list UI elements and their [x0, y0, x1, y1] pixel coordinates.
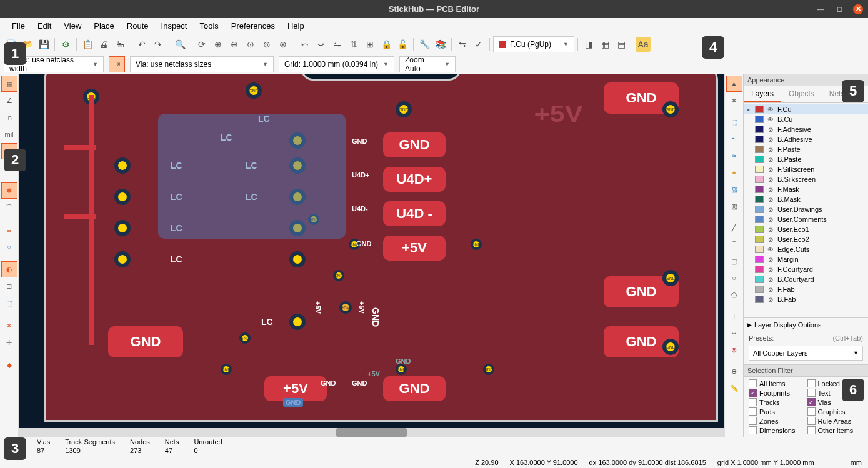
checkbox-icon[interactable]: [807, 417, 816, 425]
checkbox-icon[interactable]: ✓: [807, 398, 816, 406]
draw-polygon-icon[interactable]: ⬠: [726, 287, 742, 303]
checkbox-icon[interactable]: [749, 379, 757, 387]
layer-display-options-disclosure[interactable]: ▶ Layer Display Options: [744, 317, 868, 332]
checkbox-icon[interactable]: [749, 398, 757, 406]
pcb-canvas[interactable]: GND GND GND GND GND U4D+ U4D - +5V GND +…: [19, 74, 724, 428]
zoom-fit-icon[interactable]: ⊙: [243, 37, 258, 52]
layer-row-User-Eco2[interactable]: ⊘ User.Eco2: [744, 234, 868, 244]
visibility-toggle-icon[interactable]: ⊘: [766, 145, 775, 154]
add-zone-icon[interactable]: ▨: [726, 181, 742, 197]
pad-outline-icon[interactable]: ○: [1, 239, 17, 255]
mils-unit-icon[interactable]: mil: [1, 126, 17, 142]
select-tool-icon[interactable]: ▲: [726, 76, 742, 92]
contrast-mode-icon[interactable]: ✕: [1, 317, 17, 334]
menu-preferences[interactable]: Preferences: [226, 19, 281, 32]
maximize-button[interactable]: ◻: [834, 4, 844, 14]
filter-other-items[interactable]: Other items: [807, 426, 864, 434]
filter-tracks[interactable]: Tracks: [749, 398, 805, 406]
footprint-browser-icon[interactable]: 📚: [433, 37, 448, 52]
update-from-schematic-icon[interactable]: ⇆: [455, 37, 470, 52]
net-color-icon[interactable]: ✛: [1, 334, 17, 351]
layer-row-F-Paste[interactable]: ⊘ F.Paste: [744, 144, 868, 154]
visibility-toggle-icon[interactable]: ⊘: [766, 225, 775, 234]
add-via-icon[interactable]: ●: [726, 164, 742, 181]
minimize-button[interactable]: —: [816, 4, 826, 14]
layer-row-B-Mask[interactable]: ⊘ B.Mask: [744, 194, 868, 204]
add-text-icon[interactable]: T: [726, 308, 742, 324]
3d-viewer-icon[interactable]: ▦: [597, 37, 612, 52]
menu-view[interactable]: View: [58, 19, 87, 32]
group-icon[interactable]: ⊞: [362, 37, 377, 52]
draw-rect-icon[interactable]: ▢: [726, 253, 742, 269]
ratsnest-curved-icon[interactable]: ⌒: [1, 199, 17, 216]
menu-file[interactable]: File: [6, 19, 31, 32]
text-var-icon[interactable]: Aa: [636, 37, 651, 52]
route-track-icon[interactable]: ⤳: [726, 131, 742, 147]
zoom-dropdown[interactable]: Zoom Auto▼: [399, 56, 456, 72]
polar-coord-icon[interactable]: ∠: [1, 92, 17, 109]
auto-track-width-toggle[interactable]: ⇥: [109, 56, 125, 72]
draw-line-icon[interactable]: ╱: [726, 219, 742, 236]
filter-rule-areas[interactable]: Rule Areas: [807, 417, 864, 425]
grid-dropdown[interactable]: Grid: 1.0000 mm (0.0394 in)▼: [279, 56, 394, 72]
layer-row-F-Adhesive[interactable]: ⊘ F.Adhesive: [744, 124, 868, 134]
zoom-object-icon[interactable]: ⊚: [259, 37, 274, 52]
checkbox-icon[interactable]: [749, 417, 757, 425]
layer-row-Edge-Cuts[interactable]: 👁 Edge.Cuts: [744, 244, 868, 254]
set-origin-icon[interactable]: ⊕: [726, 363, 742, 379]
mirror-h-icon[interactable]: ⇋: [330, 37, 345, 52]
visibility-toggle-icon[interactable]: ⊘: [766, 165, 775, 174]
checkbox-icon[interactable]: ✓: [749, 389, 757, 397]
via-outline-icon[interactable]: ◐: [1, 261, 17, 277]
filter-footprints[interactable]: ✓Footprints: [749, 389, 805, 397]
draw-arc-icon[interactable]: ⌒: [726, 236, 742, 252]
filter-dimensions[interactable]: Dimensions: [749, 426, 805, 434]
menu-tools[interactable]: Tools: [194, 19, 224, 32]
print-icon[interactable]: 🖨: [96, 37, 111, 52]
active-layer-dropdown[interactable]: F.Cu (PgUp) ▼: [493, 36, 574, 52]
page-settings-icon[interactable]: 📋: [80, 37, 95, 52]
filter-all-items[interactable]: All items: [749, 379, 805, 387]
layer-row-B-Silkscreen[interactable]: ⊘ B.Silkscreen: [744, 174, 868, 184]
grid-toggle-icon[interactable]: ▦: [1, 76, 17, 92]
layers-list[interactable]: ▸ 👁 F.Cu 👁 B.Cu ⊘ F.Adhesive ⊘ B.Adhesiv…: [744, 103, 868, 317]
layer-row-B-Fab[interactable]: ⊘ B.Fab: [744, 294, 868, 304]
rotate-cw-icon[interactable]: ⤻: [314, 37, 329, 52]
layer-row-F-Cu[interactable]: ▸ 👁 F.Cu: [744, 104, 868, 114]
visibility-toggle-icon[interactable]: 👁: [766, 245, 775, 254]
visibility-toggle-icon[interactable]: ⊘: [766, 155, 775, 164]
visibility-toggle-icon[interactable]: ⊘: [766, 265, 775, 274]
rotate-ccw-icon[interactable]: ⤺: [297, 37, 312, 52]
layer-row-F-Silkscreen[interactable]: ⊘ F.Silkscreen: [744, 164, 868, 174]
plot-icon[interactable]: 🖶: [112, 37, 127, 52]
filter-graphics[interactable]: Graphics: [807, 407, 864, 416]
horizontal-scrollbar[interactable]: [19, 428, 724, 437]
visibility-toggle-icon[interactable]: ⊘: [766, 235, 775, 244]
undo-icon[interactable]: ↶: [134, 37, 149, 52]
layers-manager-icon[interactable]: ◆: [1, 357, 17, 373]
layer-row-B-Cu[interactable]: 👁 B.Cu: [744, 114, 868, 124]
menu-place[interactable]: Place: [88, 19, 120, 32]
menu-help[interactable]: Help: [282, 19, 310, 32]
save-icon[interactable]: 💾: [36, 37, 51, 52]
visibility-toggle-icon[interactable]: ⊘: [766, 175, 775, 184]
visibility-toggle-icon[interactable]: ⊘: [766, 295, 775, 304]
tab-objects[interactable]: Objects: [781, 86, 822, 102]
via-size-dropdown[interactable]: Via: use netclass sizes▼: [130, 56, 274, 72]
layer-row-User-Comments[interactable]: ⊘ User.Comments: [744, 214, 868, 224]
checkbox-icon[interactable]: [807, 407, 816, 416]
add-rule-area-icon[interactable]: ▧: [726, 198, 742, 214]
zone-display-icon[interactable]: ≡: [1, 222, 17, 238]
visibility-toggle-icon[interactable]: ⊘: [766, 125, 775, 134]
visibility-toggle-icon[interactable]: 👁: [766, 105, 775, 114]
visibility-toggle-icon[interactable]: ⊘: [766, 205, 775, 214]
add-dimension-icon[interactable]: ↔: [726, 325, 742, 341]
tab-layers[interactable]: Layers: [744, 86, 781, 102]
layer-row-F-Courtyard[interactable]: ⊘ F.Courtyard: [744, 264, 868, 274]
checkbox-icon[interactable]: [749, 426, 757, 434]
visibility-toggle-icon[interactable]: ⊘: [766, 285, 775, 294]
menu-route[interactable]: Route: [121, 19, 154, 32]
menu-inspect[interactable]: Inspect: [156, 19, 193, 32]
checkbox-icon[interactable]: [807, 426, 816, 434]
filter-zones[interactable]: Zones: [749, 417, 805, 425]
